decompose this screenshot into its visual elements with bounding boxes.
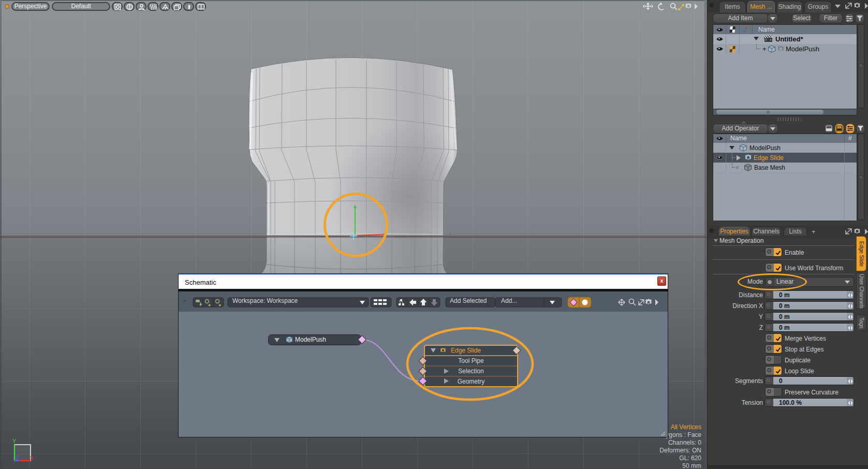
svg-text:+Z: +Z	[444, 233, 451, 239]
svg-text:+: +	[218, 303, 221, 308]
svg-text:X: X	[30, 455, 34, 461]
svg-text:+: +	[199, 302, 202, 307]
svg-text:+: +	[208, 303, 211, 308]
svg-text:Z: Z	[16, 455, 20, 461]
svg-text:Y: Y	[12, 438, 17, 444]
